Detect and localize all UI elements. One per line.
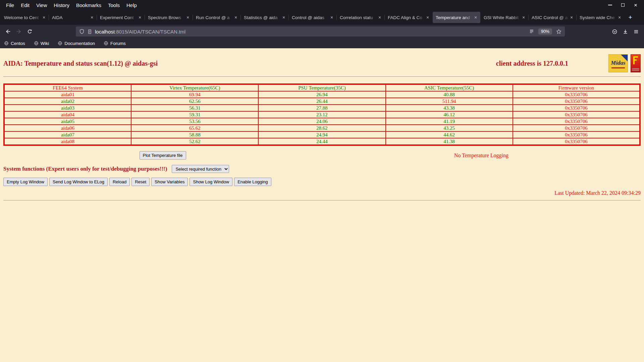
forward-icon[interactable] <box>13 26 24 37</box>
zoom-indicator[interactable]: 90% <box>538 28 552 35</box>
tab-aida[interactable]: AIDA× <box>49 12 97 23</box>
tracking-shield-icon[interactable] <box>79 29 85 34</box>
send-log-to-elog-button[interactable]: Send Log Window to ELog <box>49 178 108 186</box>
bookmark-star-icon[interactable] <box>556 29 561 34</box>
cell-firmware: 0x3350706 <box>513 111 640 118</box>
url-text: localhost:8015/AIDA/TSCAN/TSCAN.tml <box>95 29 185 35</box>
cell-virtex-temp: 69.94 <box>131 91 258 98</box>
menu-bookmarks[interactable]: Bookmarks <box>73 1 105 9</box>
tab-welcome-centos[interactable]: Welcome to Cent× <box>1 12 49 23</box>
tab-close-icon[interactable]: × <box>281 15 286 20</box>
tab-gsi-white-rabbit[interactable]: GSI White Rabbit× <box>481 12 528 23</box>
page-info-icon[interactable] <box>87 29 92 34</box>
tab-experiment-control[interactable]: Experiment Cont× <box>97 12 145 23</box>
back-icon[interactable] <box>3 26 13 37</box>
bookmark-forums[interactable]: Forums <box>104 41 126 46</box>
actions-row: Empty Log Window Send Log Window to ELog… <box>3 178 641 186</box>
cell-fee64-system: aida08 <box>4 138 131 145</box>
function-select[interactable]: Select required function <box>172 165 229 173</box>
enable-logging-button[interactable]: Enable Logging <box>234 178 271 186</box>
temperature-table: FEE64 System Virtex Temperature(65C) PSU… <box>3 83 641 146</box>
bookmark-centos[interactable]: Centos <box>4 41 25 46</box>
tab-close-icon[interactable]: × <box>521 15 526 20</box>
tab-spectrum-browser[interactable]: Spectrum Brows× <box>145 12 193 23</box>
tab-system-wide-checks[interactable]: System wide Che× <box>577 12 624 23</box>
maximize-icon[interactable] <box>620 2 626 8</box>
cell-fee64-system: aida03 <box>4 105 131 111</box>
menu-file[interactable]: File <box>3 1 17 9</box>
bookmark-wiki[interactable]: Wiki <box>34 41 49 46</box>
show-variables-button[interactable]: Show Variables <box>151 178 188 186</box>
tab-run-control[interactable]: Run Control @ a× <box>193 12 240 23</box>
col-header-virtex-temp: Virtex Temperature(65C) <box>131 84 258 91</box>
page-title: AIDA: Temperature and status scan(1.12) … <box>3 60 158 67</box>
cell-firmware: 0x3350706 <box>513 131 640 138</box>
tab-close-icon[interactable]: × <box>137 15 143 20</box>
menubar: File Edit View History Bookmarks Tools H… <box>0 1 140 9</box>
url-bar[interactable]: localhost:8015/AIDA/TSCAN/TSCAN.tml 90% <box>76 26 565 37</box>
logging-status: No Temperature Logging <box>454 153 508 159</box>
tab-close-icon[interactable]: × <box>233 15 238 20</box>
tab-close-icon[interactable]: × <box>329 15 334 20</box>
menu-view[interactable]: View <box>33 1 50 9</box>
tab-close-icon[interactable]: × <box>89 15 95 20</box>
pocket-icon[interactable] <box>609 26 620 37</box>
window-controls: × <box>607 2 644 8</box>
reload-icon[interactable] <box>24 26 35 37</box>
col-header-fee64-system: FEE64 System <box>4 84 131 91</box>
tab-close-icon[interactable]: × <box>473 15 478 20</box>
reset-button[interactable]: Reset <box>131 178 150 186</box>
menu-history[interactable]: History <box>50 1 73 9</box>
cell-asic-temp: 43.25 <box>386 125 513 131</box>
tab-close-icon[interactable]: × <box>377 15 382 20</box>
midas-logo-corner <box>621 55 628 61</box>
cell-psu-temp: 28.62 <box>258 125 385 131</box>
tab-temperature-scan[interactable]: Temperature and× <box>433 12 480 23</box>
cell-fee64-system: aida01 <box>4 91 131 98</box>
cell-psu-temp: 24.44 <box>258 138 385 145</box>
menu-icon[interactable] <box>631 26 641 37</box>
cell-firmware: 0x3350706 <box>513 125 640 131</box>
menu-tools[interactable]: Tools <box>105 1 123 9</box>
tab-fadc-align[interactable]: FADC Align & Co× <box>385 12 432 23</box>
col-header-psu-temp: PSU Temperature(35C) <box>258 84 385 91</box>
cell-asic-temp: 511.94 <box>386 98 513 105</box>
empty-log-window-button[interactable]: Empty Log Window <box>3 178 48 186</box>
downloads-icon[interactable] <box>620 26 631 37</box>
menu-edit[interactable]: Edit <box>17 1 33 9</box>
cell-psu-temp: 24.94 <box>258 131 385 138</box>
fair-logo <box>631 54 641 72</box>
tab-bar: Welcome to Cent× AIDA× Experiment Cont× … <box>0 10 644 25</box>
tab-control[interactable]: Control @ aidas× <box>289 12 336 23</box>
tab-close-icon[interactable]: × <box>617 15 622 20</box>
cell-firmware: 0x3350706 <box>513 118 640 125</box>
tab-close-icon[interactable]: × <box>425 15 430 20</box>
menu-help[interactable]: Help <box>123 1 140 9</box>
reload-button[interactable]: Reload <box>109 178 130 186</box>
tab-close-icon[interactable]: × <box>185 15 191 20</box>
reader-mode-icon[interactable] <box>529 29 534 34</box>
bookmarks-toolbar: Centos Wiki Documentation Forums <box>0 38 644 48</box>
table-row: aida07 58.88 24.94 44.62 0x3350706 <box>4 131 640 138</box>
minimize-icon[interactable] <box>607 2 613 8</box>
system-functions-row: System functions (Expert users only for … <box>3 165 641 173</box>
cell-virtex-temp: 53.56 <box>131 118 258 125</box>
cell-fee64-system: aida05 <box>4 118 131 125</box>
tab-correlation-status[interactable]: Correlation statu× <box>337 12 384 23</box>
table-row: aida05 53.56 24.06 41.19 0x3350706 <box>4 118 640 125</box>
cell-virtex-temp: 58.88 <box>131 131 258 138</box>
table-row: aida08 52.62 24.44 41.38 0x3350706 <box>4 138 640 145</box>
tab-close-icon[interactable]: × <box>569 15 574 20</box>
tab-statistics[interactable]: Statistics @ aida× <box>241 12 288 23</box>
bookmark-documentation[interactable]: Documentation <box>58 41 95 46</box>
cell-virtex-temp: 52.62 <box>131 138 258 145</box>
new-tab-icon[interactable]: + <box>624 12 636 23</box>
midas-logo: Midas <box>608 54 628 72</box>
cell-virtex-temp: 59.31 <box>131 111 258 118</box>
close-icon[interactable]: × <box>633 2 639 8</box>
tab-asic-control[interactable]: ASIC Control @ a× <box>529 12 576 23</box>
plot-temperature-button[interactable]: Plot Temperature file <box>140 151 186 160</box>
cell-asic-temp: 46.12 <box>386 111 513 118</box>
show-log-window-button[interactable]: Show Log Window <box>190 178 232 186</box>
tab-close-icon[interactable]: × <box>41 15 47 20</box>
